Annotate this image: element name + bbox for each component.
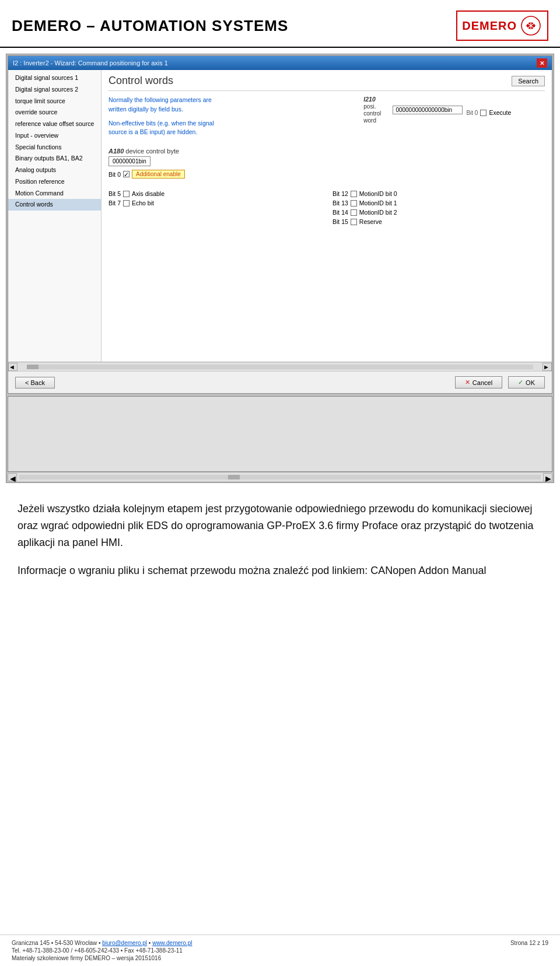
search-button[interactable]: Search: [512, 76, 545, 86]
footer-row1: Graniczna 145 • 54-530 Wrocław • biuro@d…: [12, 940, 548, 946]
sidebar-item-position[interactable]: Position reference: [8, 176, 101, 188]
paragraph1: Jeżeli wszystko działa kolejnym etapem j…: [18, 501, 542, 551]
paragraph2: Informacje o wgraniu pliku i schemat prz…: [18, 562, 542, 579]
logo-text: DEMERO: [462, 19, 517, 33]
footer-materials: Materiały szkoleniowe firmy DEMERO – wer…: [12, 955, 161, 961]
dialog-titlebar: I2 : Inverter2 - Wizard: Command positio…: [8, 56, 552, 70]
bit15-desc: Reserve: [359, 218, 382, 225]
bit14-label: Bit 14: [332, 209, 348, 216]
screenshot-wrapper: I2 : Inverter2 - Wizard: Command positio…: [6, 54, 554, 483]
ok-button[interactable]: ✓ OK: [508, 376, 545, 388]
screenshot2: [8, 396, 552, 472]
device-title: A180 device control byte: [108, 148, 545, 155]
logo-box: DEMERO: [456, 10, 548, 41]
sidebar-item-special[interactable]: Special functions: [8, 142, 101, 153]
sidebar-item-motion[interactable]: Motion Command: [8, 188, 101, 200]
sidebar-item-reference[interactable]: reference value offset source: [8, 118, 101, 130]
device-section: A180 device control byte 00000001bin Bit…: [108, 148, 545, 178]
bit0-label: Bit 0: [466, 110, 478, 116]
bit0-additional-label: Bit 0: [108, 171, 121, 178]
footer-email-link[interactable]: biuro@demero.pl: [102, 940, 147, 946]
bit12-label: Bit 12: [332, 190, 348, 197]
scroll-left-arrow[interactable]: ◄: [8, 363, 18, 371]
footer-row3: Materiały szkoleniowe firmy DEMERO – wer…: [12, 955, 548, 961]
bit13-checkbox[interactable]: [351, 200, 357, 206]
dialog-close-button[interactable]: ✕: [537, 58, 547, 68]
device-label: A180: [108, 148, 124, 155]
bit0-additional-checkbox[interactable]: ✓: [123, 171, 130, 177]
info-left: Normally the following parameters are wr…: [108, 96, 358, 142]
bit0-checkbox[interactable]: [480, 110, 487, 116]
footer-website-link[interactable]: www.demero.pl: [152, 940, 192, 946]
page-footer: Graniczna 145 • 54-530 Wrocław • biuro@d…: [0, 935, 560, 966]
wizard-dialog: I2 : Inverter2 - Wizard: Command positio…: [8, 55, 552, 394]
param-value-box[interactable]: 000000000000000bin: [393, 106, 463, 114]
back-button[interactable]: < Back: [15, 377, 55, 388]
dialog-title: I2 : Inverter2 - Wizard: Command positio…: [13, 60, 168, 66]
empty-left2: [108, 218, 321, 225]
outer-thumb[interactable]: [228, 475, 240, 480]
cancel-icon: ✕: [465, 379, 470, 386]
dialog-footer: < Back ✕ Cancel ✓ OK: [8, 371, 552, 393]
ok-icon: ✓: [518, 379, 523, 386]
scrollbar-track: [27, 365, 533, 369]
bit12-checkbox[interactable]: [351, 191, 357, 197]
device-desc: device control byte: [125, 148, 179, 155]
bit7-checkbox[interactable]: [123, 200, 130, 206]
outer-scroll-right[interactable]: ►: [543, 473, 552, 481]
bit7-desc: Echo bit: [132, 200, 154, 206]
sidebar-item-control[interactable]: Control words: [8, 199, 101, 211]
footer-page-label: Strona 12 z 19: [510, 940, 548, 946]
sidebar-item-digital2[interactable]: Digital signal sources 2: [8, 84, 101, 96]
dialog-sidebar: Digital signal sources 1 Digital signal …: [8, 70, 102, 362]
bit5-item: Bit 5 Axis disable: [108, 190, 321, 197]
bit15-item: Bit 15 Reserve: [332, 218, 545, 225]
content-area: Jeżeli wszystko działa kolejnym etapem j…: [0, 483, 560, 603]
outer-scrollbar-h[interactable]: ◄ ►: [8, 472, 552, 481]
bit-grid: Bit 5 Axis disable Bit 12 MotionID bit 0…: [108, 190, 545, 225]
bit0-additional-row: Bit 0 ✓ Additional enable: [108, 170, 545, 178]
param-label: I210: [363, 96, 375, 103]
info-row: Normally the following parameters are wr…: [108, 96, 545, 142]
dialog-main: Control words Search Normally the follow…: [102, 70, 552, 362]
bit5-checkbox[interactable]: [123, 191, 130, 197]
bit0-row: Bit 0 Execute: [466, 109, 545, 116]
sidebar-item-analog[interactable]: Analog outputs: [8, 164, 101, 176]
dialog-scrollbar[interactable]: ◄ ►: [8, 362, 552, 371]
page-header: DEMERO – Automation Systems DEMERO: [0, 0, 560, 48]
info-text-blue: Normally the following parameters are wr…: [108, 96, 358, 114]
footer-row2: Tel. +48-71-388-23-00 / +48-605-242-433 …: [12, 947, 548, 954]
bit12-desc: MotionID bit 0: [359, 190, 397, 197]
outer-scroll-left[interactable]: ◄: [8, 473, 17, 481]
bit15-checkbox[interactable]: [351, 219, 357, 225]
bit7-label: Bit 7: [108, 200, 121, 206]
outer-track: [19, 475, 541, 480]
scrollbar-thumb[interactable]: [27, 365, 38, 369]
main-title: Control words: [108, 75, 173, 87]
dialog-body: Digital signal sources 1 Digital signal …: [8, 70, 552, 362]
header-title: DEMERO – Automation Systems: [12, 17, 288, 35]
sidebar-item-override[interactable]: override source: [8, 107, 101, 118]
cancel-button[interactable]: ✕ Cancel: [455, 376, 502, 388]
bit5-desc: Axis disable: [132, 190, 164, 197]
bit13-item: Bit 13 MotionID bit 1: [332, 200, 545, 206]
sidebar-item-torque[interactable]: torque limit source: [8, 96, 101, 107]
additional-enable-label: Additional enable: [132, 170, 185, 178]
info-text-blue2: Non-effective bits (e.g. when the signal…: [108, 119, 358, 138]
scroll-right-arrow[interactable]: ►: [542, 363, 552, 371]
empty-left: [108, 209, 321, 216]
param-desc: posi. control word: [363, 103, 381, 124]
sidebar-item-digital1[interactable]: Digital signal sources 1: [8, 72, 101, 84]
bit13-label: Bit 13: [332, 200, 348, 206]
footer-tel: Tel. +48-71-388-23-00 / +48-605-242-433 …: [12, 947, 183, 954]
sidebar-item-binary[interactable]: Binary outputs BA1, BA2: [8, 153, 101, 164]
bit12-item: Bit 12 MotionID bit 0: [332, 190, 545, 197]
info-right: I210 posi. control word 000000000000000b…: [363, 96, 545, 124]
logo-container: DEMERO: [456, 10, 548, 41]
device-value-box[interactable]: 00000001bin: [108, 156, 150, 166]
bit5-label: Bit 5: [108, 190, 121, 197]
bit15-label: Bit 15: [332, 218, 348, 225]
sidebar-item-input-overview[interactable]: Input - overview: [8, 130, 101, 142]
bit14-item: Bit 14 MotionID bit 2: [332, 209, 545, 216]
bit14-checkbox[interactable]: [351, 209, 357, 216]
